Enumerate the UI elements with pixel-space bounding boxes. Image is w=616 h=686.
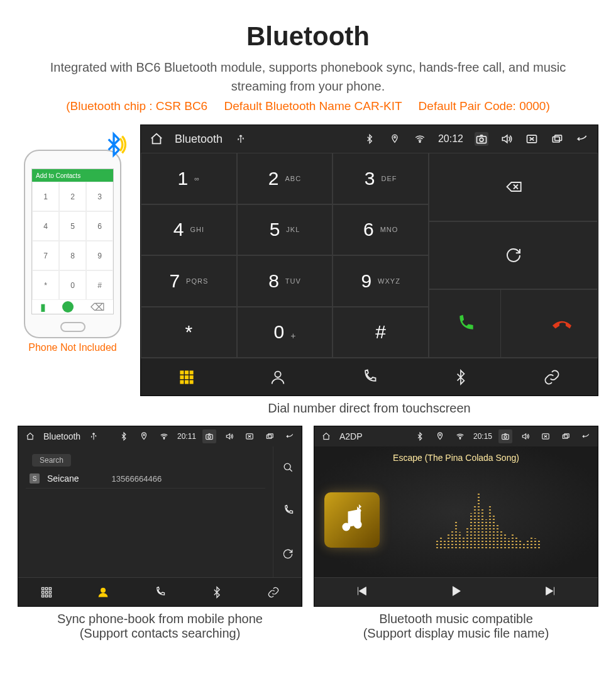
- phone-caption: Phone Not Included: [18, 342, 128, 353]
- song-title: Escape (The Pina Colada Song): [393, 453, 519, 463]
- mock-key: 7: [32, 241, 59, 270]
- album-art-icon: [324, 492, 380, 548]
- mock-key: 0: [59, 270, 86, 300]
- back-icon[interactable]: [283, 429, 297, 443]
- dial-key-*[interactable]: *: [141, 307, 237, 358]
- next-button[interactable]: [544, 584, 558, 600]
- statusbar-title: A2DP: [339, 431, 363, 441]
- pair-tab[interactable]: [541, 367, 563, 388]
- statusbar: Bluetooth 20:11: [18, 426, 302, 446]
- dial-key-7[interactable]: 7PQRS: [141, 255, 237, 307]
- volume-icon[interactable]: [500, 132, 514, 146]
- dial-key-8[interactable]: 8TUV: [237, 255, 333, 307]
- volume-icon[interactable]: [223, 429, 236, 443]
- close-app-icon[interactable]: [525, 132, 539, 146]
- dial-key-#[interactable]: #: [333, 307, 429, 358]
- dial-key-2[interactable]: 2ABC: [237, 153, 333, 204]
- dial-key-1[interactable]: 1∞: [141, 153, 237, 204]
- visualizer: [388, 492, 588, 548]
- wifi-icon: [453, 429, 467, 443]
- mock-key: 2: [59, 182, 86, 211]
- contacts-tab[interactable]: [92, 582, 114, 603]
- bluetooth-tab[interactable]: [450, 367, 471, 388]
- bluetooth-icon: [117, 429, 131, 443]
- close-app-icon[interactable]: [243, 429, 256, 443]
- music-caption: Bluetooth music compatible(Support displ…: [314, 612, 598, 641]
- statusbar: Bluetooth 20:12: [141, 125, 598, 153]
- home-icon[interactable]: [150, 132, 163, 146]
- prev-button[interactable]: [355, 584, 368, 600]
- backspace-key[interactable]: [429, 153, 598, 221]
- statusbar-title: Bluetooth: [175, 133, 223, 146]
- home-icon[interactable]: [23, 429, 37, 443]
- dial-key-6[interactable]: 6MNO: [333, 204, 429, 256]
- bluetooth-tab[interactable]: [206, 582, 228, 603]
- call-hangup-button[interactable]: [526, 290, 597, 357]
- phone-mockup: Add to Contacts 123456789*0# ▮⌫: [24, 150, 121, 338]
- mock-key: 9: [86, 241, 113, 270]
- pair-tab[interactable]: [263, 582, 284, 603]
- back-icon[interactable]: [575, 132, 589, 146]
- mock-key: 8: [59, 241, 86, 270]
- page-subtitle: Integrated with BC6 Bluetooth module, su…: [36, 58, 580, 96]
- close-app-icon[interactable]: [539, 429, 553, 443]
- clock: 20:15: [473, 432, 492, 441]
- dialer-panel: Bluetooth 20:12 1∞2ABC3DEF4GHI5JKL6MNO7P…: [140, 124, 598, 396]
- call-answer-button[interactable]: [429, 290, 501, 357]
- keypad-tab[interactable]: [176, 367, 197, 388]
- refresh-icon[interactable]: [282, 548, 294, 563]
- camera-icon[interactable]: [475, 132, 488, 146]
- page-title: Bluetooth: [18, 21, 598, 52]
- mock-call-icon: [62, 301, 74, 313]
- music-panel: A2DP 20:15 Escape (The Pina Colada Song): [314, 426, 598, 607]
- bluetooth-icon: [413, 429, 427, 443]
- mock-key: 6: [86, 211, 113, 241]
- play-button[interactable]: [449, 584, 463, 600]
- search-icon[interactable]: [282, 461, 294, 476]
- location-icon: [388, 132, 402, 146]
- recent-tab[interactable]: [149, 582, 170, 603]
- dial-key-0[interactable]: 0+: [237, 307, 333, 358]
- location-icon: [433, 429, 447, 443]
- dial-key-5[interactable]: 5JKL: [237, 204, 333, 256]
- mock-key: 4: [32, 211, 59, 241]
- multitask-icon[interactable]: [550, 132, 564, 146]
- bluetooth-waves-icon: [101, 132, 126, 160]
- statusbar-title: Bluetooth: [43, 431, 80, 441]
- dial-key-9[interactable]: 9WXYZ: [333, 255, 429, 307]
- volume-icon[interactable]: [519, 429, 532, 443]
- refresh-key[interactable]: [429, 221, 598, 290]
- mock-key: 3: [86, 182, 113, 211]
- camera-icon[interactable]: [202, 429, 216, 443]
- multitask-icon[interactable]: [559, 429, 573, 443]
- contacts-tab[interactable]: [267, 367, 289, 388]
- phone-mock-header: Add to Contacts: [32, 169, 113, 182]
- search-input[interactable]: Search: [32, 454, 71, 467]
- spec-line: (Bluetooth chip : CSR BC6 Default Blueto…: [18, 99, 598, 113]
- dial-key-3[interactable]: 3DEF: [333, 153, 429, 204]
- camera-icon[interactable]: [498, 429, 512, 443]
- location-icon: [137, 429, 151, 443]
- mock-key: *: [32, 270, 59, 300]
- clock: 20:11: [177, 432, 196, 441]
- mock-key: #: [86, 270, 113, 300]
- wifi-icon: [157, 429, 171, 443]
- dial-key-4[interactable]: 4GHI: [141, 204, 237, 256]
- recent-tab[interactable]: [358, 367, 380, 388]
- home-icon[interactable]: [319, 429, 333, 443]
- dialer-caption: Dial number direct from touchscreen: [140, 401, 598, 416]
- usb-icon: [234, 132, 248, 146]
- statusbar: A2DP 20:15: [314, 426, 598, 446]
- wifi-icon: [413, 132, 427, 146]
- mock-key: 1: [32, 182, 59, 211]
- phonebook-panel: Bluetooth 20:11 Search SSei: [18, 426, 302, 607]
- usb-icon: [87, 429, 101, 443]
- contact-row[interactable]: SSeicane13566664466: [26, 469, 265, 489]
- call-icon[interactable]: [282, 504, 294, 519]
- clock: 20:12: [438, 133, 463, 145]
- multitask-icon[interactable]: [263, 429, 277, 443]
- back-icon[interactable]: [579, 429, 593, 443]
- keypad-tab[interactable]: [36, 582, 57, 603]
- bluetooth-icon: [363, 132, 377, 146]
- mock-key: 5: [59, 211, 86, 241]
